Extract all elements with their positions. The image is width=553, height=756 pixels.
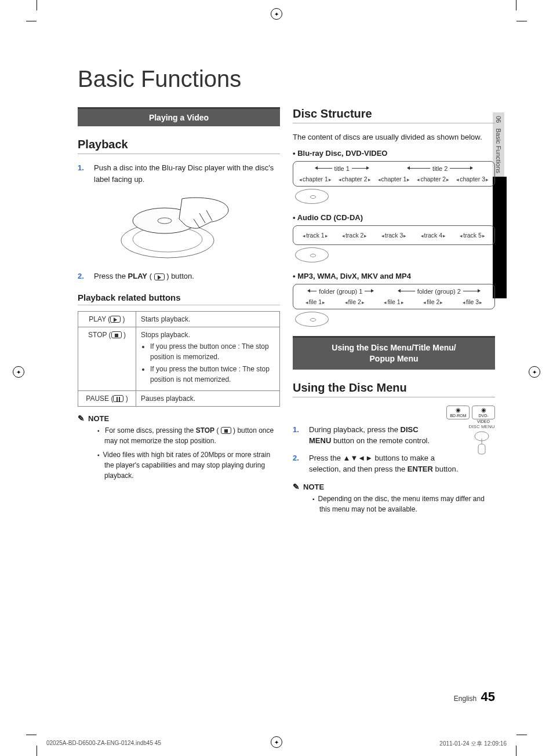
step-text: During playback, press the DISC MENU but…: [309, 424, 464, 447]
page-title: Basic Functions: [78, 66, 495, 92]
btn-label-text: STOP (: [88, 331, 111, 339]
structure-box: track 1 track 2 track 3 track 4 track 5: [293, 225, 495, 245]
page-footer: English 45: [78, 689, 495, 704]
crop-mark: [516, 0, 516, 10]
disc-insert-drawing: [112, 193, 246, 262]
file-seg: file 2: [344, 298, 365, 305]
step-number: 2.: [78, 271, 94, 282]
title-seg: title 1: [334, 165, 350, 172]
note-item: Video files with high bit rates of 20Mbp…: [97, 450, 280, 481]
ds-label-mp3: MP3, WMA, DivX, MKV and MP4: [293, 272, 495, 280]
chapter-seg: chapter 2: [338, 176, 372, 182]
file-seg: file 3: [462, 298, 483, 305]
heading-using-disc-menu: Using the Disc Menu: [293, 381, 495, 397]
table-row: PLAY ( ) Starts playback.: [78, 311, 280, 327]
desc-bullet: If you press the button twice : The stop…: [150, 364, 275, 385]
disc-icon: [295, 312, 329, 327]
badge-bd-rom: BD-ROM: [446, 406, 470, 419]
note-heading: NOTE: [293, 482, 495, 491]
chapter-seg: chapter 1: [377, 176, 411, 182]
btn-label-text: PAUSE (: [86, 395, 113, 403]
play-icon: [154, 273, 165, 280]
step-number: 1.: [293, 424, 309, 447]
folder-seg: folder (group) 2: [417, 288, 461, 295]
structure-box: folder (group) 1 folder (group) 2 file 1…: [293, 284, 495, 309]
step-text-bold: ENTER: [408, 465, 433, 473]
cell-btn-label: STOP ( ): [78, 327, 136, 390]
step-text-a: Press the: [94, 272, 128, 280]
track-seg: track 5: [459, 232, 486, 239]
file-seg: file 1: [305, 298, 326, 305]
chapter-seg: chapter 2: [416, 176, 450, 182]
registration-mark-icon: [529, 366, 540, 378]
file-seg: file 2: [423, 298, 443, 305]
step-text-b: button on the remote control.: [331, 436, 430, 445]
disc-menu-step-2: 2. Press the ▲▼◄► buttons to make a sele…: [293, 452, 464, 475]
disc-type-badges: BD-ROM DVD-VIDEO: [293, 406, 495, 419]
step-text-bold: PLAY: [128, 272, 147, 280]
crop-mark: [26, 21, 37, 21]
note-text-bold: STOP: [196, 426, 214, 434]
crop-mark: [516, 21, 527, 21]
pause-icon: [113, 395, 123, 402]
remote-press-icon: [470, 430, 493, 456]
step-number: 1.: [78, 162, 94, 185]
subheading-playback-buttons: Playback related buttons: [78, 293, 280, 305]
cell-btn-desc: Pauses playback.: [136, 390, 280, 406]
chapter-name: Basic Functions: [495, 128, 502, 173]
structure-bluray: title 1 title 2 chapter 1 chapter 2 chap…: [293, 161, 495, 204]
printer-timestamp: 2011-01-24 오후 12:09:16: [439, 740, 507, 748]
cell-btn-label: PAUSE ( ): [78, 390, 136, 406]
crop-mark: [26, 735, 37, 735]
track-seg: track 2: [341, 232, 368, 239]
desc-head: Stops playback.: [141, 331, 190, 339]
track-seg: track 4: [420, 232, 447, 239]
footer-language: English: [454, 695, 476, 703]
note-label: NOTE: [88, 414, 109, 423]
playback-buttons-table: PLAY ( ) Starts playback. STOP ( ) Stops…: [78, 311, 280, 407]
registration-mark-icon: [271, 8, 282, 20]
printer-file-info: 02025A-BD-D6500-ZA-ENG-0124.indb45 45: [46, 740, 161, 748]
note-label: NOTE: [303, 483, 324, 491]
track-seg: track 1: [302, 232, 329, 239]
crop-mark: [37, 0, 37, 10]
footer-page-number: 45: [481, 689, 495, 704]
step-text-a: During playback, press the: [309, 425, 401, 434]
structure-audiocd: track 1 track 2 track 3 track 4 track 5: [293, 225, 495, 262]
step-text-b: button.: [169, 272, 194, 280]
cell-btn-desc: Stops playback. If you press the button …: [136, 327, 280, 390]
crop-mark: [37, 746, 37, 756]
note-list: For some discs, pressing the STOP ( ) bu…: [78, 425, 280, 481]
btn-label-text: PLAY (: [89, 315, 110, 323]
crop-mark: [516, 746, 516, 756]
chapter-number: 06: [495, 116, 502, 123]
title-seg: title 2: [432, 165, 448, 172]
cell-btn-desc: Starts playback.: [136, 311, 280, 327]
desc-bullet: If you press the button once : The stop …: [150, 341, 275, 362]
disc-icon: [295, 247, 329, 262]
note-heading: NOTE: [78, 414, 280, 423]
step-2: 2. Press the PLAY ( ) button.: [78, 271, 280, 282]
left-column: Playing a Video Playback 1. Push a disc …: [78, 107, 280, 518]
note-item: Depending on the disc, the menu items ma…: [312, 494, 495, 514]
folder-seg: folder (group) 1: [319, 288, 362, 295]
disc-menu-step-1: 1. During playback, press the DISC MENU …: [293, 424, 464, 447]
note-item: For some discs, pressing the STOP ( ) bu…: [97, 425, 280, 446]
play-icon: [110, 316, 121, 323]
note-list: Depending on the disc, the menu items ma…: [293, 494, 495, 514]
heading-disc-structure: Disc Structure: [293, 107, 495, 123]
section-banner-disc-menu: Using the Disc Menu/Title Menu/ Popup Me…: [293, 336, 495, 370]
stop-icon: [221, 427, 231, 434]
stop-icon: [111, 331, 122, 338]
registration-mark-icon: [13, 366, 24, 378]
right-column: Disc Structure The content of discs are …: [293, 107, 495, 518]
note-text-a: For some discs, pressing the: [105, 426, 196, 434]
step-text: Press the ▲▼◄► buttons to make a selecti…: [309, 452, 464, 475]
track-seg: track 3: [381, 232, 408, 239]
crop-mark: [516, 735, 527, 735]
ds-label-bluray: Blu-ray Disc, DVD-VIDEO: [293, 149, 495, 158]
illustration-insert-disc: [112, 193, 246, 262]
disc-icon: [295, 189, 329, 204]
file-seg: file 1: [383, 298, 404, 305]
table-row: STOP ( ) Stops playback. If you press th…: [78, 327, 280, 390]
